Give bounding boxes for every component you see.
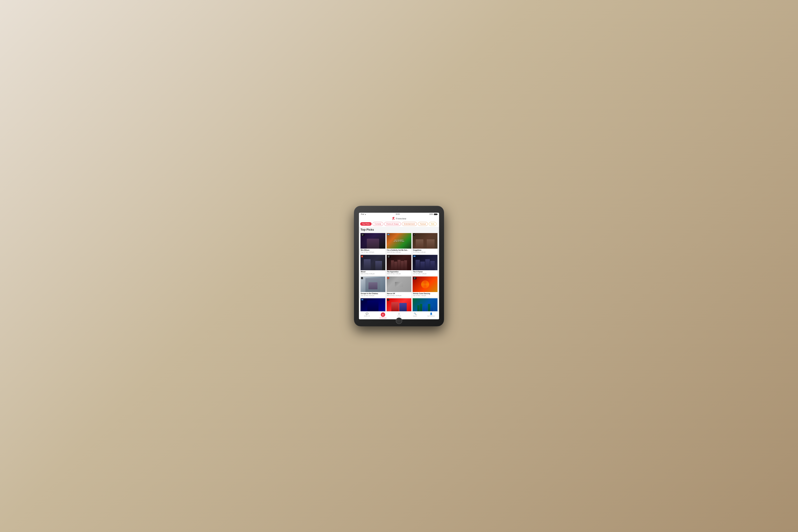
wifi-icon: ▲ [365, 213, 366, 215]
show-date: Fri 23 Nov, 9.00 pm [413, 251, 437, 253]
on-demand-icon: ▶ [382, 314, 384, 316]
status-right: 100% [429, 213, 437, 215]
channel-logo: itv [387, 234, 390, 235]
show-thumbnail: itv [361, 298, 385, 311]
list-item[interactable]: BBCone Strictly Come Dancing Sat 14 Nov,… [413, 277, 437, 297]
show-date: Sun 25 Nov, 8.00 pm [361, 295, 385, 297]
home-button[interactable] [396, 318, 402, 324]
channel-logo: 5 [387, 277, 389, 279]
shows-grid: BBCone Mrs Wilson Tue 27 Nov, 9.00 pm [361, 233, 437, 311]
ipad-device: iPad ▲ 19:15 100% Fre [354, 206, 444, 326]
show-info: Escape to the Chateau Sun 25 Nov, 8.00 p… [361, 292, 385, 297]
show-info: The Apprentice Wed 28 Nov, 9.00 pm [387, 270, 412, 275]
battery-percent: 100% [429, 213, 433, 215]
show-thumbnail: BBCone [413, 277, 437, 292]
channel-logo: BBCone [387, 255, 390, 258]
list-item[interactable]: 5 Narcos UK Mon 26 Nov, 10.00 pm [387, 277, 412, 297]
show-title: The X Factor [413, 271, 437, 273]
tab-entertainment[interactable]: Entertainment [402, 222, 417, 226]
show-thumbnail: itv I'M A CELEBRITY GET ME OUT OF HERE! [387, 233, 412, 249]
battery-fill [434, 214, 437, 215]
show-thumbnail: 4 [413, 233, 437, 249]
show-date: Wed 28 Nov, 9.00 pm [387, 251, 411, 253]
nav-my-freeview[interactable]: 👤 My Freeview [423, 312, 439, 319]
battery-icon [434, 213, 437, 215]
section-title: Top Picks [361, 228, 437, 231]
camera-dot [399, 209, 399, 210]
my-freeview-label: My Freeview [428, 315, 435, 317]
app-name: Freeview [396, 217, 406, 220]
show-title: Escape to the Chateau [361, 293, 385, 294]
show-thumbnail: 5 [361, 255, 385, 270]
tab-top-picks[interactable]: Top Picks [360, 222, 372, 226]
show-thumbnail: 4 [387, 298, 412, 311]
show-date: Mon 19 Nov, 9.00 pm [361, 273, 385, 274]
channel-logo: itv [361, 299, 363, 300]
tab-comedy[interactable]: Comedy [373, 222, 383, 226]
tab-drama-soaps[interactable]: Drama & Soaps [384, 222, 401, 226]
list-item[interactable]: Rugby Highlights Mon 26 Nov, 7.00 pm [413, 298, 437, 311]
show-info: Mrs Wilson Tue 27 Nov, 9.00 pm [361, 249, 385, 253]
list-item[interactable]: itv I'M A CELEBRITY GET ME OUT OF HERE! … [387, 233, 412, 253]
svg-point-0 [394, 219, 395, 220]
nav-search[interactable]: 🔍 Search [407, 312, 423, 319]
nav-whats-on[interactable]: 💬 What's On [359, 312, 375, 319]
show-date: Sat 14 Nov, 7.05 pm [413, 295, 437, 297]
show-date: Sun 25 Nov, 7.20 pm [413, 273, 437, 274]
list-item[interactable]: 4 First Dates Mon 26 Nov, 10.00 pm [387, 298, 412, 311]
show-info: Strictly Come Dancing Sat 14 Nov, 7.05 p… [413, 292, 437, 297]
show-title: Gogglebox [413, 249, 437, 251]
guide-label: Guide [397, 315, 401, 317]
whats-on-icon: 💬 [366, 312, 368, 315]
search-label: Search [413, 315, 417, 317]
show-info: Blood Mon 19 Nov, 9.00 pm [361, 270, 385, 275]
on-demand-label: On Demand [379, 317, 386, 319]
show-title: The Apprentice [387, 271, 411, 273]
list-item[interactable]: 4 Escape to the Chateau Sun 25 Nov, 8.00… [361, 277, 385, 297]
channel-logo: BBCone [361, 234, 364, 236]
profile-icon: 👤 [430, 312, 433, 315]
status-time: 19:15 [396, 213, 400, 215]
tab-kids[interactable]: Kids [429, 222, 436, 226]
show-title: Mrs Wilson [361, 249, 385, 251]
show-date: Wed 28 Nov, 9.00 pm [387, 273, 411, 274]
status-left: iPad ▲ [361, 213, 366, 215]
freeview-logo-icon [392, 217, 395, 220]
show-thumbnail: BBCone [387, 255, 412, 270]
show-info: The X Factor Sun 25 Nov, 7.20 pm [413, 270, 437, 275]
show-date: Tue 27 Nov, 9.00 pm [361, 251, 385, 253]
device-label: iPad [361, 213, 364, 215]
nav-on-demand[interactable]: ▶ On Demand [375, 312, 391, 319]
show-title: Blood [361, 271, 385, 273]
scene: iPad ▲ 19:15 100% Fre [344, 194, 454, 338]
content-area[interactable]: Top Picks BBCone Mrs Wilson Tue 27 Nov, [359, 227, 439, 311]
ipad-screen: iPad ▲ 19:15 100% Fre [359, 213, 439, 319]
show-thumbnail: itv [413, 255, 437, 270]
channel-logo: 5 [361, 255, 363, 258]
list-item[interactable]: BBCone Mrs Wilson Tue 27 Nov, 9.00 pm [361, 233, 385, 253]
search-icon: 🔍 [414, 312, 417, 315]
category-tabs: Top Picks Comedy Drama & Soaps Entertain… [359, 221, 439, 227]
list-item[interactable]: BBCone The Apprentice Wed 28 No [387, 255, 412, 276]
app-header: Freeview [359, 216, 439, 221]
show-title: I'm a Celebrity Get Me Out... [387, 249, 411, 251]
list-item[interactable]: itv The Chase Tue 27 Nov, 5.00 pm [361, 298, 385, 311]
on-demand-button[interactable]: ▶ [381, 312, 385, 317]
list-item[interactable]: 5 Blood Mon 19 Nov, 9.00 pm [361, 255, 385, 276]
guide-icon: ☰ [398, 312, 400, 315]
show-thumbnail [413, 298, 437, 311]
show-title: Strictly Come Dancing [413, 293, 437, 294]
tab-factual[interactable]: Factual [418, 222, 428, 226]
show-date: Mon 26 Nov, 10.00 pm [387, 295, 411, 297]
whats-on-label: What's On [364, 315, 370, 317]
freeview-logo: Freeview [392, 217, 406, 220]
channel-logo: 4 [361, 277, 363, 279]
list-item[interactable]: itv The X Factor Sun 25 Nov, 7.20 pm [413, 255, 437, 276]
show-thumbnail: 5 [387, 277, 412, 292]
list-item[interactable]: 4 Gogglebox Fri 23 Nov, 9.00 pm [413, 233, 437, 253]
channel-logo: itv [413, 255, 416, 257]
status-bar: iPad ▲ 19:15 100% [359, 213, 439, 216]
show-thumbnail: 4 [361, 277, 385, 292]
show-thumbnail: BBCone [361, 233, 385, 249]
channel-logo: 4 [413, 234, 415, 235]
